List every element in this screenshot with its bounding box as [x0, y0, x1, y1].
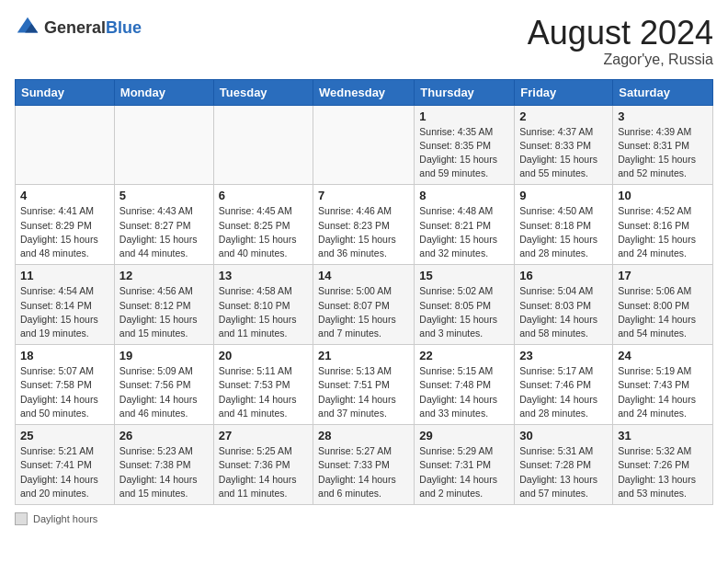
day-number: 19	[119, 349, 209, 362]
title-block: August 2024 Zagor'ye, Russia	[528, 15, 713, 68]
month-year: August 2024	[528, 15, 713, 52]
day-number: 22	[419, 349, 509, 362]
day-info: Sunrise: 5:07 AMSunset: 7:58 PMDaylight:…	[20, 364, 109, 420]
day-info: Sunrise: 4:43 AMSunset: 8:27 PMDaylight:…	[119, 204, 209, 260]
day-cell: 22Sunrise: 5:15 AMSunset: 7:48 PMDayligh…	[415, 345, 515, 425]
day-number: 26	[119, 429, 209, 442]
footer-label: Daylight hours	[33, 513, 97, 524]
day-info: Sunrise: 5:13 AMSunset: 7:51 PMDaylight:…	[318, 364, 409, 420]
column-header-monday: Monday	[114, 79, 213, 105]
day-number: 9	[519, 189, 608, 202]
day-number: 6	[219, 189, 308, 202]
day-info: Sunrise: 4:54 AMSunset: 8:14 PMDaylight:…	[20, 284, 109, 340]
day-cell: 20Sunrise: 5:11 AMSunset: 7:53 PMDayligh…	[213, 345, 313, 425]
day-number: 14	[318, 269, 409, 282]
day-cell: 2Sunrise: 4:37 AMSunset: 8:33 PMDaylight…	[515, 105, 613, 185]
day-number: 4	[20, 189, 109, 202]
day-info: Sunrise: 5:17 AMSunset: 7:46 PMDaylight:…	[519, 364, 608, 420]
day-cell: 3Sunrise: 4:39 AMSunset: 8:31 PMDaylight…	[613, 105, 713, 185]
day-cell: 18Sunrise: 5:07 AMSunset: 7:58 PMDayligh…	[16, 345, 115, 425]
day-cell: 14Sunrise: 5:00 AMSunset: 8:07 PMDayligh…	[313, 265, 415, 345]
page-header: General Blue August 2024 Zagor'ye, Russi…	[15, 15, 713, 68]
header-row: SundayMondayTuesdayWednesdayThursdayFrid…	[16, 79, 713, 105]
day-cell: 5Sunrise: 4:43 AMSunset: 8:27 PMDaylight…	[114, 185, 213, 265]
day-number: 3	[618, 109, 708, 123]
day-info: Sunrise: 4:41 AMSunset: 8:29 PMDaylight:…	[20, 204, 109, 260]
day-cell: 9Sunrise: 4:50 AMSunset: 8:18 PMDaylight…	[515, 185, 613, 265]
day-info: Sunrise: 5:02 AMSunset: 8:05 PMDaylight:…	[419, 284, 509, 340]
day-info: Sunrise: 4:39 AMSunset: 8:31 PMDaylight:…	[618, 125, 708, 181]
day-cell	[313, 105, 415, 185]
day-number: 21	[318, 349, 409, 362]
day-cell	[114, 105, 213, 185]
day-cell: 17Sunrise: 5:06 AMSunset: 8:00 PMDayligh…	[613, 265, 713, 345]
day-cell: 8Sunrise: 4:48 AMSunset: 8:21 PMDaylight…	[415, 185, 515, 265]
day-number: 24	[618, 349, 708, 362]
day-info: Sunrise: 5:27 AMSunset: 7:33 PMDaylight:…	[318, 444, 409, 500]
day-number: 15	[419, 269, 509, 282]
day-info: Sunrise: 5:15 AMSunset: 7:48 PMDaylight:…	[419, 364, 509, 420]
day-cell	[16, 105, 115, 185]
day-number: 20	[219, 349, 308, 362]
day-number: 30	[519, 429, 608, 442]
day-info: Sunrise: 5:21 AMSunset: 7:41 PMDaylight:…	[20, 444, 109, 500]
day-cell: 30Sunrise: 5:31 AMSunset: 7:28 PMDayligh…	[515, 425, 613, 505]
column-header-tuesday: Tuesday	[213, 79, 313, 105]
daylight-box	[15, 512, 28, 525]
day-info: Sunrise: 5:32 AMSunset: 7:26 PMDaylight:…	[618, 444, 708, 500]
day-info: Sunrise: 4:35 AMSunset: 8:35 PMDaylight:…	[419, 125, 509, 181]
day-cell: 29Sunrise: 5:29 AMSunset: 7:31 PMDayligh…	[415, 425, 515, 505]
calendar-table: SundayMondayTuesdayWednesdayThursdayFrid…	[15, 79, 713, 505]
day-cell: 10Sunrise: 4:52 AMSunset: 8:16 PMDayligh…	[613, 185, 713, 265]
day-number: 7	[318, 189, 409, 202]
day-info: Sunrise: 5:11 AMSunset: 7:53 PMDaylight:…	[219, 364, 308, 420]
column-header-thursday: Thursday	[415, 79, 515, 105]
day-info: Sunrise: 4:52 AMSunset: 8:16 PMDaylight:…	[618, 204, 708, 260]
logo-text-general: General	[44, 19, 106, 36]
day-cell: 1Sunrise: 4:35 AMSunset: 8:35 PMDaylight…	[415, 105, 515, 185]
column-header-wednesday: Wednesday	[313, 79, 415, 105]
day-info: Sunrise: 5:29 AMSunset: 7:31 PMDaylight:…	[419, 444, 509, 500]
day-cell: 12Sunrise: 4:56 AMSunset: 8:12 PMDayligh…	[114, 265, 213, 345]
footer-note: Daylight hours	[15, 512, 713, 525]
day-number: 2	[519, 109, 608, 123]
column-header-sunday: Sunday	[16, 79, 115, 105]
week-row-3: 11Sunrise: 4:54 AMSunset: 8:14 PMDayligh…	[16, 265, 713, 345]
day-number: 11	[20, 269, 109, 282]
day-cell: 6Sunrise: 4:45 AMSunset: 8:25 PMDaylight…	[213, 185, 313, 265]
day-info: Sunrise: 5:09 AMSunset: 7:56 PMDaylight:…	[119, 364, 209, 420]
day-number: 28	[318, 429, 409, 442]
logo-text-blue: Blue	[106, 19, 142, 36]
week-row-5: 25Sunrise: 5:21 AMSunset: 7:41 PMDayligh…	[16, 425, 713, 505]
day-cell: 21Sunrise: 5:13 AMSunset: 7:51 PMDayligh…	[313, 345, 415, 425]
day-number: 10	[618, 189, 708, 202]
day-info: Sunrise: 4:56 AMSunset: 8:12 PMDaylight:…	[119, 284, 209, 340]
day-cell: 31Sunrise: 5:32 AMSunset: 7:26 PMDayligh…	[613, 425, 713, 505]
day-number: 29	[419, 429, 509, 442]
day-number: 13	[219, 269, 308, 282]
day-cell: 7Sunrise: 4:46 AMSunset: 8:23 PMDaylight…	[313, 185, 415, 265]
logo-icon	[15, 15, 40, 40]
day-number: 25	[20, 429, 109, 442]
day-number: 31	[618, 429, 708, 442]
day-info: Sunrise: 4:37 AMSunset: 8:33 PMDaylight:…	[519, 125, 608, 181]
day-info: Sunrise: 4:46 AMSunset: 8:23 PMDaylight:…	[318, 204, 409, 260]
day-number: 12	[119, 269, 209, 282]
day-cell: 15Sunrise: 5:02 AMSunset: 8:05 PMDayligh…	[415, 265, 515, 345]
day-number: 18	[20, 349, 109, 362]
day-cell: 24Sunrise: 5:19 AMSunset: 7:43 PMDayligh…	[613, 345, 713, 425]
day-number: 17	[618, 269, 708, 282]
day-info: Sunrise: 5:31 AMSunset: 7:28 PMDaylight:…	[519, 444, 608, 500]
day-cell: 25Sunrise: 5:21 AMSunset: 7:41 PMDayligh…	[16, 425, 115, 505]
day-number: 16	[519, 269, 608, 282]
day-number: 1	[419, 109, 509, 123]
logo: General Blue	[15, 15, 142, 40]
day-info: Sunrise: 4:50 AMSunset: 8:18 PMDaylight:…	[519, 204, 608, 260]
day-cell: 27Sunrise: 5:25 AMSunset: 7:36 PMDayligh…	[213, 425, 313, 505]
column-header-saturday: Saturday	[613, 79, 713, 105]
week-row-1: 1Sunrise: 4:35 AMSunset: 8:35 PMDaylight…	[16, 105, 713, 185]
day-cell: 19Sunrise: 5:09 AMSunset: 7:56 PMDayligh…	[114, 345, 213, 425]
week-row-4: 18Sunrise: 5:07 AMSunset: 7:58 PMDayligh…	[16, 345, 713, 425]
week-row-2: 4Sunrise: 4:41 AMSunset: 8:29 PMDaylight…	[16, 185, 713, 265]
day-number: 23	[519, 349, 608, 362]
